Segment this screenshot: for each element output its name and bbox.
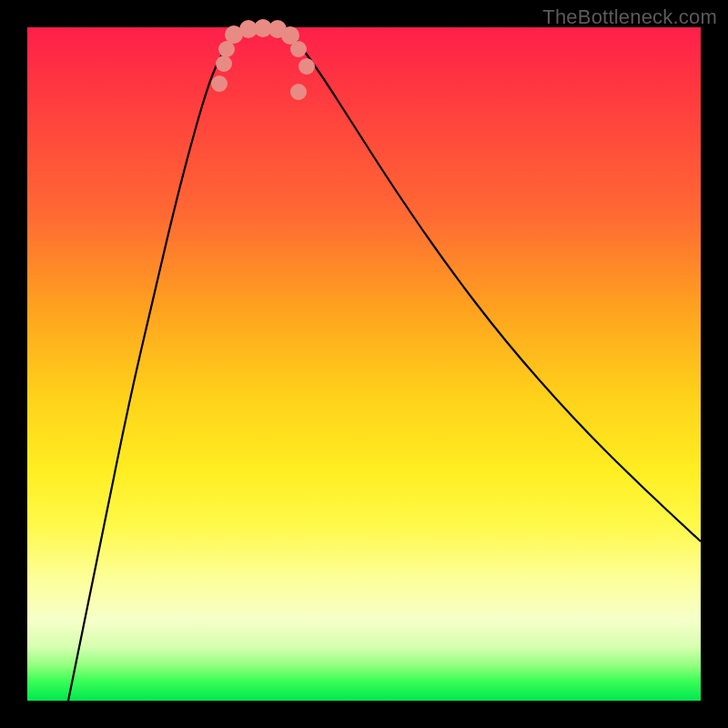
marker-dot — [298, 58, 315, 75]
plot-area — [27, 27, 701, 701]
marker-dot — [290, 84, 307, 100]
curve-right — [287, 27, 701, 541]
marker-dot — [290, 41, 307, 57]
marker-dot — [211, 76, 228, 92]
watermark-text: TheBottleneck.com — [542, 5, 717, 29]
chart-frame: TheBottleneck.com — [0, 0, 728, 728]
curve-left — [68, 27, 250, 701]
marker-dot — [216, 56, 232, 72]
chart-svg — [27, 27, 701, 701]
marker-dots — [211, 19, 315, 100]
